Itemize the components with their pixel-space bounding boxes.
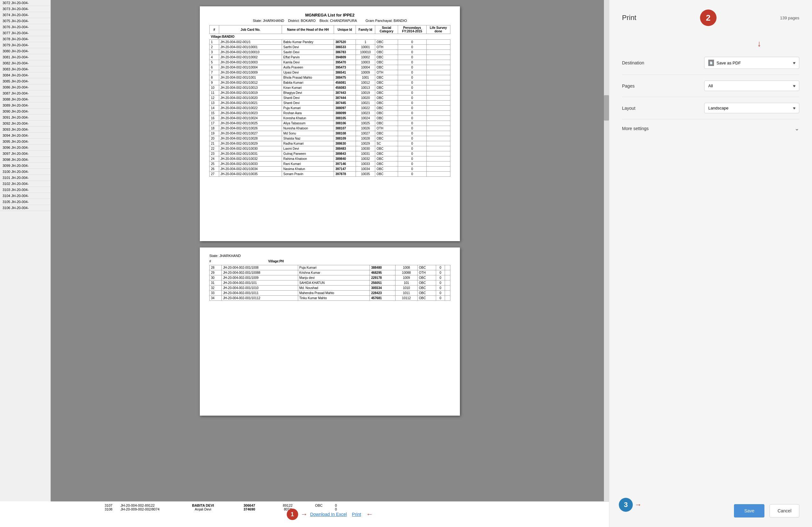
col-header-social: Social Category — [375, 25, 398, 34]
list-item: 3073 JH-20-004- — [0, 6, 50, 12]
col-header-persondays: Persondays FY:2014-2015 — [398, 25, 426, 34]
destination-row: Destination 📄 Save as PDF ▾ — [622, 51, 799, 75]
list-item: 3075 JH-20-004- — [0, 18, 50, 24]
list-item: 3082 JH-20-004- — [0, 60, 50, 66]
chevron-down-icon: ▾ — [793, 61, 795, 65]
pages-row: Pages All ▾ — [622, 75, 799, 97]
pages-value: All — [708, 83, 713, 88]
list-item: 3099 JH-20-004- — [0, 163, 50, 169]
list-item: 3077 JH-20-004- — [0, 30, 50, 36]
layout-select-wrapper[interactable]: Landscape ▾ — [704, 103, 799, 113]
table-row: 5JH-20-004-002-001/10003Kamla Devi395470… — [210, 60, 450, 65]
table-row: 6JH-20-004-002-001/10004Asifa Praveen395… — [210, 65, 450, 70]
table-row: 4JH-20-004-002-001/10002Effat Parvin3948… — [210, 55, 450, 60]
more-settings-label: More settings — [622, 126, 673, 131]
list-item: 3094 JH-20-004- — [0, 133, 50, 139]
spacer — [622, 138, 799, 492]
table-row: 22JH-20-004-002-001/10030Laxmi Devi38848… — [210, 146, 450, 151]
page-preview-second: State: JHARKHAND # Village:PH 28JH-20-00… — [200, 247, 460, 416]
state-label-2: State: JHARKHAND — [209, 254, 241, 258]
print-link[interactable]: Print — [352, 512, 361, 517]
col-header-name: Name of the Head of the HH — [282, 25, 334, 34]
col-header-num: # — [210, 25, 219, 34]
print-buttons: 3 → Save Cancel — [622, 492, 799, 517]
table-row: 16JH-20-004-002-001/10024Koresha Khatun3… — [210, 116, 450, 121]
list-item: 3088 JH-20-004- — [0, 97, 50, 102]
block-label: Block: CHANDRAPURA — [319, 19, 357, 23]
list-item: 3089 JH-20-004- — [0, 102, 50, 109]
print-badge: 2 — [700, 10, 716, 26]
list-item: 3104 JH-20-004- — [0, 193, 50, 199]
report-table: # Job Card No. Name of the Head of the H… — [209, 25, 450, 177]
list-item: 3090 JH-20-004- — [0, 109, 50, 115]
list-item: 3086 JH-20-004- — [0, 84, 50, 90]
pages-select[interactable]: All ▾ — [704, 81, 799, 91]
list-item: 3078 JH-20-004- — [0, 36, 50, 42]
list-item: 3102 JH-20-004- — [0, 181, 50, 187]
bottom-toolbar: 3107 JH-20-004-002-89122 BABITA DEVI 306… — [51, 501, 609, 527]
table-row: 27JH-20-004-002-001/10035Sonam Pravin397… — [210, 172, 450, 177]
table-row: 31JH-20-004-002-001/101SAHIDA KHATUN2560… — [210, 281, 450, 286]
table-row: 29JH-20-004-002-001/10088Krishna Kumar46… — [210, 270, 450, 275]
list-item: 3083 JH-20-004- — [0, 66, 50, 72]
table-row: 24JH-20-004-002-001/10032Rahima Khatoon3… — [210, 156, 450, 161]
table-row: 12JH-20-004-002-001/10020Shanti Devi3874… — [210, 96, 450, 101]
layout-value: Landscape — [708, 106, 728, 110]
more-settings-row[interactable]: More settings ⌄ — [622, 119, 799, 138]
table-row: 17JH-20-004-002-001/10025Aliya Tabassum3… — [210, 121, 450, 126]
arrow-right-2-icon: → — [635, 501, 642, 509]
arrow-down-icon: ↓ — [757, 39, 761, 48]
chevron-down-icon-3: ▾ — [793, 106, 795, 110]
chevron-down-icon-4: ⌄ — [795, 125, 799, 132]
save-badge: 3 — [619, 498, 633, 512]
pages-select-wrapper[interactable]: All ▾ — [704, 81, 799, 91]
layout-row: Layout Landscape ▾ — [622, 97, 799, 119]
preview-container: MGNREGA List for IPPE2 State: JHARKHAND … — [51, 0, 609, 501]
layout-select[interactable]: Landscape ▾ — [704, 103, 799, 113]
print-header: Print 2 139 pages — [622, 10, 799, 26]
list-item: 3097 JH-20-004- — [0, 151, 50, 157]
table-row: 1JH-20-004-002-001/1Bablu Kumar Pandey38… — [210, 40, 450, 45]
col-header-survey: Life Survey done — [426, 25, 450, 34]
destination-label: Destination — [622, 60, 673, 65]
destination-select-wrapper[interactable]: 📄 Save as PDF ▾ — [704, 57, 799, 69]
table-row: 32JH-20-004-002-001/1010Md. Noushad30553… — [210, 286, 450, 290]
table-row: 10JH-20-004-002-001/10013Kiran Kumari456… — [210, 85, 450, 90]
cancel-button[interactable]: Cancel — [769, 504, 799, 517]
list-item: 3096 JH-20-004- — [0, 145, 50, 151]
list-item: 3087 JH-20-004- — [0, 90, 50, 97]
report-meta: State: JHARKHAND District: BOKARO Block:… — [209, 19, 450, 23]
col-header-fid: Family Id — [356, 25, 375, 34]
state-label: State: JHARKHAND — [253, 19, 284, 23]
list-item: 3106 JH-20-004- — [0, 205, 50, 211]
list-item: 3081 JH-20-004- — [0, 54, 50, 60]
arrow-right-icon: → — [301, 510, 308, 518]
sidebar-list: 3072 JH-20-004- 3073 JH-20-004- 3074 JH-… — [0, 0, 51, 501]
table-row: 11JH-20-004-002-001/10019Bhagiya Devi387… — [210, 90, 450, 96]
scrollbar[interactable] — [604, 0, 609, 501]
save-button[interactable]: Save — [734, 504, 765, 517]
list-item: 3105 JH-20-004- — [0, 199, 50, 205]
destination-select[interactable]: 📄 Save as PDF ▾ — [704, 57, 799, 69]
village-header-row: Village:BANDIO — [210, 34, 450, 40]
table-row: 23JH-20-004-002-001/10031Gulnaj Parween3… — [210, 151, 450, 156]
report-title: MGNREGA List for IPPE2 — [209, 13, 450, 17]
list-item: 3079 JH-20-004- — [0, 42, 50, 48]
scrollbar-thumb[interactable] — [604, 95, 609, 120]
list-item: 3076 JH-20-004- — [0, 24, 50, 30]
download-excel-link[interactable]: Download In Excel — [310, 512, 347, 517]
col-header-jobcard: Job Card No. — [219, 25, 282, 34]
gp-label: Gram Panchayat: BANDIO — [365, 19, 407, 23]
extra-row: 3107 JH-20-004-002-89122 BABITA DEVI 306… — [105, 503, 339, 507]
table-row: 26JH-20-004-002-001/10034Nasima Khatun39… — [210, 167, 450, 172]
table-row: 34JH-20-004-002-001/10112Tinku Kumar Mah… — [210, 296, 450, 301]
layout-label: Layout — [622, 106, 673, 111]
col-header-uid: Unique Id — [334, 25, 356, 34]
main-panel: 3072 JH-20-004- 3073 JH-20-004- 3074 JH-… — [0, 0, 609, 527]
table-row: 33JH-20-004-002-001/1011Mahendra Prasad … — [210, 290, 450, 296]
table-row: 2JH-20-004-002-001/10001Sarthi Devi38653… — [210, 45, 450, 50]
table-row: 14JH-20-004-002-001/10022Puja Kumari3880… — [210, 106, 450, 111]
list-item: 3098 JH-20-004- — [0, 157, 50, 163]
print-panel: Print 2 139 pages ↓ Destination 📄 Save a… — [609, 0, 812, 527]
list-item: 3084 JH-20-004- — [0, 72, 50, 79]
